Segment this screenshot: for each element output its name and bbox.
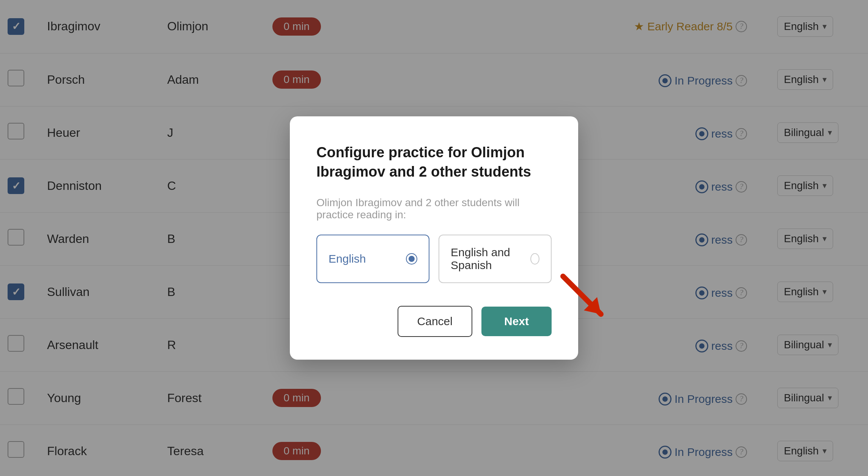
configure-practice-modal: Configure practice for Olimjon Ibragimov… xyxy=(290,116,578,360)
modal-overlay: Configure practice for Olimjon Ibragimov… xyxy=(0,0,868,476)
option-english-radio[interactable] xyxy=(406,253,417,265)
option-english-spanish[interactable]: English and Spanish xyxy=(439,235,552,283)
modal-subtitle: Olimjon Ibragimov and 2 other students w… xyxy=(316,197,552,221)
modal-title: Configure practice for Olimjon Ibragimov… xyxy=(316,143,552,182)
svg-marker-1 xyxy=(584,297,601,314)
language-options: English English and Spanish xyxy=(316,235,552,283)
cancel-button[interactable]: Cancel xyxy=(398,306,472,337)
modal-actions: Cancel Next xyxy=(316,306,552,337)
next-button[interactable]: Next xyxy=(481,307,552,336)
option-english-label: English xyxy=(329,252,366,265)
option-english-spanish-label: English and Spanish xyxy=(451,246,530,272)
option-english-spanish-radio[interactable] xyxy=(530,253,539,265)
arrow-pointer xyxy=(555,269,616,329)
option-english[interactable]: English xyxy=(316,235,429,283)
svg-line-0 xyxy=(563,276,601,314)
